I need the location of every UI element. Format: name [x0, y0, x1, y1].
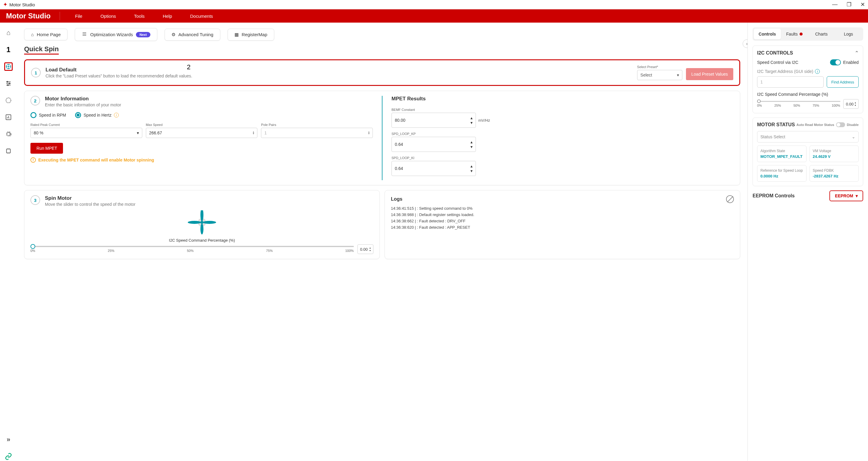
tick-75: 75%	[266, 249, 273, 252]
status-algorithm: Algorithm State MOTOR_MPET_FAULT	[757, 146, 807, 162]
warning-text: Executing the MPET command will enable M…	[38, 158, 154, 162]
tab-register-map[interactable]: ▦ RegisterMap	[227, 29, 274, 41]
rotation-icon[interactable]	[4, 96, 13, 104]
ti-logo-icon: ✦	[3, 1, 7, 8]
load-preset-button[interactable]: Load Preset Values	[686, 68, 733, 80]
info-icon[interactable]: i	[815, 69, 820, 74]
i2c-controls-section: I2C CONTROLS ⌃ Speed Control via I2C Ena…	[752, 45, 863, 113]
eeprom-button[interactable]: EEPROM ▾	[830, 190, 863, 201]
svg-point-30	[188, 221, 201, 224]
stepper-icon[interactable]: ▴▾	[368, 131, 370, 135]
i2c-slider-thumb[interactable]	[757, 99, 761, 103]
info-icon[interactable]: i	[114, 113, 119, 118]
app-title: Motor Studio	[9, 2, 35, 7]
annotation-2: 2	[187, 63, 190, 71]
i2c-value-input[interactable]: 0.00 ▴▾	[843, 99, 859, 109]
clear-logs-icon[interactable]	[726, 195, 734, 203]
max-speed-input[interactable]: 266.67 ▴▾	[146, 128, 258, 138]
chevron-down-icon: ⌄	[852, 134, 855, 139]
chip-icon[interactable]	[4, 147, 13, 155]
svg-point-1	[8, 66, 9, 67]
rtab-faults[interactable]: Faults	[781, 29, 808, 39]
sliders-tab-icon	[82, 31, 87, 38]
menu-help[interactable]: Help	[163, 13, 172, 19]
i2c-tick-0: 0%	[757, 104, 762, 107]
chevron-down-icon: ▾	[856, 193, 858, 198]
spin-value-input[interactable]: 0.00 ▴▾	[358, 244, 373, 254]
tick-0: 0%	[30, 249, 35, 252]
svg-point-2	[8, 64, 9, 65]
menu-documents[interactable]: Documents	[190, 13, 213, 19]
radio-hz-icon	[75, 112, 81, 118]
i2c-tick-100: 100%	[832, 104, 840, 107]
stepper-icon[interactable]: ▴▾	[470, 115, 472, 125]
chip-tab-icon: ▦	[235, 32, 239, 37]
ki-input[interactable]: 0.64 ▴▾	[392, 161, 476, 176]
motor-status-section: MOTOR STATUS Auto Read Motor Status Disa…	[752, 118, 863, 186]
minimize-icon[interactable]: —	[832, 1, 838, 8]
sidebar: ⌂ 1 »	[0, 23, 17, 461]
slider-thumb[interactable]	[30, 244, 35, 249]
bemf-label: BEMF Constant	[392, 108, 734, 112]
i2c-slider[interactable]	[757, 101, 840, 102]
main-content: ⌂ Home Page Optimization Wizards Next ⚙ …	[17, 23, 747, 461]
eeprom-title: EEPROM Controls	[752, 193, 795, 198]
rated-peak-value: 80 %	[34, 130, 43, 135]
svg-point-4	[6, 66, 7, 67]
status-vm-voltage: VM Voltage 24.4629 V	[809, 146, 859, 162]
stepper-icon[interactable]: ▴▾	[855, 101, 856, 107]
chart-icon[interactable]	[4, 113, 13, 121]
expand-icon[interactable]: »	[4, 435, 13, 444]
chevron-up-icon[interactable]: ⌃	[855, 50, 859, 56]
home-tab-icon: ⌂	[31, 32, 34, 37]
pole-pairs-input[interactable]: 1 ▴▾	[261, 128, 373, 138]
menu-options[interactable]: Options	[100, 13, 116, 19]
step-1-desc: Click the "Load Preset values" button to…	[45, 73, 192, 78]
warning-icon: !	[30, 157, 36, 163]
stepper-icon[interactable]: ▴▾	[370, 246, 371, 252]
svg-point-32	[200, 223, 204, 235]
i2c-address-input[interactable]: 1	[757, 76, 824, 88]
speed-control-toggle[interactable]	[830, 59, 841, 65]
status-select[interactable]: Status Select ⌄	[757, 131, 859, 143]
tab-advanced-tuning[interactable]: ⚙ Advanced Tuning	[164, 29, 220, 41]
panel-toggle-icon[interactable]: ›	[743, 39, 747, 48]
kp-input[interactable]: 0.64 ▴▾	[392, 137, 476, 152]
rtab-charts[interactable]: Charts	[808, 29, 835, 39]
link-icon[interactable]	[4, 452, 13, 461]
gear-icon[interactable]	[4, 130, 13, 138]
home-icon[interactable]: ⌂	[4, 29, 13, 37]
maximize-icon[interactable]: ❐	[846, 1, 851, 8]
ki-value: 0.64	[395, 166, 403, 171]
logs-card: Logs 14:36:41:515 | : Setting speed comm…	[384, 190, 740, 259]
close-icon[interactable]: ✕	[861, 1, 865, 8]
stepper-icon[interactable]: ▴▾	[470, 164, 472, 173]
step-3-number: 3	[30, 195, 40, 205]
spin-slider[interactable]	[30, 246, 354, 247]
right-panel: Controls Faults Charts Logs I2C CONTROLS…	[747, 23, 868, 461]
kp-label: SPD_LOOP_KP	[392, 132, 734, 135]
tab-home-label: Home Page	[37, 32, 61, 37]
menu-file[interactable]: File	[75, 13, 82, 19]
radio-speed-rpm[interactable]: Speed in RPM	[30, 112, 66, 118]
status-speed-fdbk: Speed FDBK -2837.4267 Hz	[809, 165, 859, 182]
find-address-button[interactable]: Find Address	[827, 76, 859, 88]
rtab-logs[interactable]: Logs	[835, 29, 862, 39]
rtab-controls[interactable]: Controls	[754, 29, 781, 39]
tab-home-page[interactable]: ⌂ Home Page	[24, 29, 67, 40]
stepper-icon[interactable]: ▴▾	[253, 131, 254, 135]
kp-value: 0.64	[395, 142, 403, 147]
stepper-icon[interactable]: ▴▾	[470, 140, 472, 149]
ref-label: Reference for Speed Loop	[761, 168, 803, 173]
quickspin-icon[interactable]	[4, 62, 13, 71]
tab-optimization-wizards[interactable]: Optimization Wizards Next	[75, 28, 157, 41]
radio-speed-hertz[interactable]: Speed in Hertz i	[75, 112, 119, 118]
gear-tab-icon: ⚙	[172, 32, 176, 37]
rated-peak-select[interactable]: 80 % ▾	[30, 128, 142, 138]
preset-select[interactable]: Select ▾	[637, 70, 682, 80]
sliders-icon[interactable]	[4, 79, 13, 88]
auto-read-toggle[interactable]	[836, 122, 845, 127]
menu-tools[interactable]: Tools	[134, 13, 145, 19]
run-mpet-button[interactable]: Run MPET	[30, 143, 63, 154]
bemf-input[interactable]: 80.00 ▴▾	[392, 113, 476, 128]
